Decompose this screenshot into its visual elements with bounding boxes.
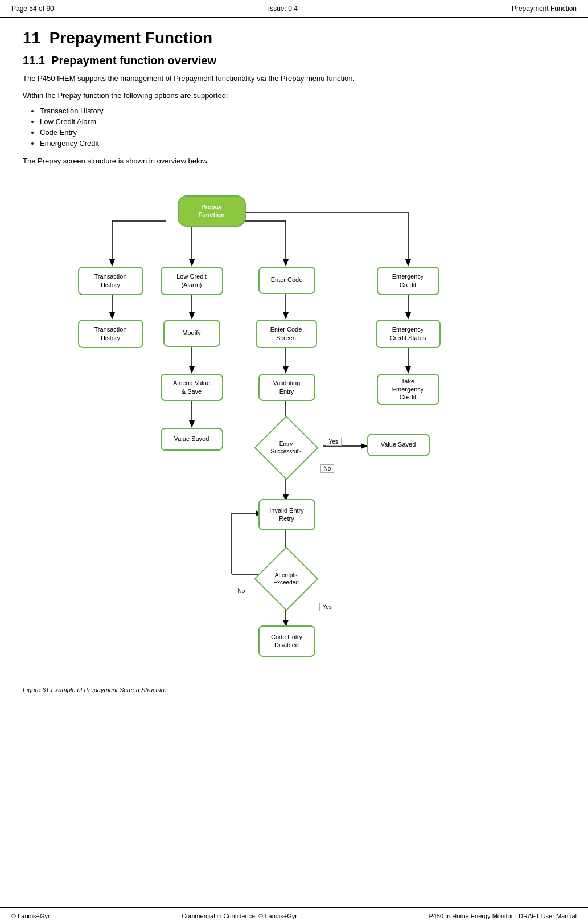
figure-caption: Figure 61 Example of Prepayment Screen S… (23, 685, 565, 695)
paragraph-3: The Prepay screen structure is shown in … (23, 156, 565, 167)
node-enter-code: Enter Code (258, 267, 315, 294)
node-emergency-credit: Emergency Credit (377, 267, 439, 295)
footer-right: P450 In Home Energy Monitor - DRAFT User… (429, 913, 577, 919)
footer-left: © Landis+Gyr (11, 913, 50, 919)
svg-marker-19 (189, 420, 195, 428)
svg-marker-15 (189, 312, 195, 320)
header-center: Issue: 0.4 (268, 5, 298, 13)
label-yes-2: Yes (319, 603, 335, 611)
node-amend-value: Amend Value & Save (161, 374, 223, 401)
node-entry-successful: EntrySuccessful? (259, 420, 314, 475)
node-modify: Modify (163, 320, 220, 347)
node-transaction-history-1: Transaction History (78, 267, 143, 295)
list-item: Code Entry (40, 128, 565, 137)
svg-marker-13 (109, 312, 115, 320)
header-right: Prepayment Function (512, 5, 577, 13)
svg-marker-11 (405, 259, 411, 267)
svg-marker-8 (283, 259, 289, 267)
node-invalid-entry-retry: Invalid Entry Retry (258, 499, 315, 530)
svg-marker-2 (109, 259, 115, 267)
node-value-saved-left: Value Saved (161, 428, 223, 451)
bullet-list: Transaction History Low Credit Alarm Cod… (40, 107, 565, 148)
svg-marker-39 (405, 312, 411, 320)
node-code-entry-disabled: Code Entry Disabled (258, 625, 315, 657)
node-take-emergency-credit: Take Emergency Credit (377, 374, 439, 405)
node-value-saved-right: Value Saved (367, 434, 430, 456)
node-attempts-exceeded: AttemptsExceeded (259, 551, 314, 606)
list-item: Emergency Credit (40, 139, 565, 148)
page-header: Page 54 of 90 Issue: 0.4 Prepayment Func… (0, 0, 588, 18)
label-yes-1: Yes (326, 438, 342, 446)
paragraph-2: Within the Prepay function the following… (23, 90, 565, 101)
list-item: Transaction History (40, 107, 565, 115)
footer-center: Commercial in Confidence. © Landis+Gyr (182, 913, 297, 919)
header-left: Page 54 of 90 (11, 5, 54, 13)
node-emergency-credit-status: Emergency Credit Status (376, 320, 441, 348)
subsection-title: 11.1 Prepayment function overview (23, 54, 565, 67)
page-footer: © Landis+Gyr Commercial in Confidence. ©… (0, 907, 588, 924)
svg-marker-41 (405, 366, 411, 374)
label-no-2: No (235, 587, 249, 595)
label-no-1: No (320, 464, 335, 473)
node-enter-code-screen: Enter Code Screen (256, 320, 317, 348)
list-item: Low Credit Alarm (40, 117, 565, 126)
svg-marker-23 (283, 366, 289, 374)
svg-marker-17 (189, 366, 195, 374)
paragraph-1: The P450 IHEM supports the management of… (23, 73, 565, 84)
svg-marker-5 (189, 259, 195, 267)
node-prepay-function: Prepay Function (178, 195, 246, 227)
node-validating-entry: Validating Entry (258, 374, 315, 401)
node-low-credit-alarm: Low Credit (Alarm) (161, 267, 223, 295)
flowchart-diagram: Prepay Function Transaction History Tran… (61, 178, 528, 674)
svg-marker-21 (283, 312, 289, 320)
page-content: 11 Prepayment Function 11.1 Prepayment f… (0, 18, 588, 717)
node-transaction-history-2: Transaction History (78, 320, 143, 348)
section-title: 11 Prepayment Function (23, 29, 565, 47)
